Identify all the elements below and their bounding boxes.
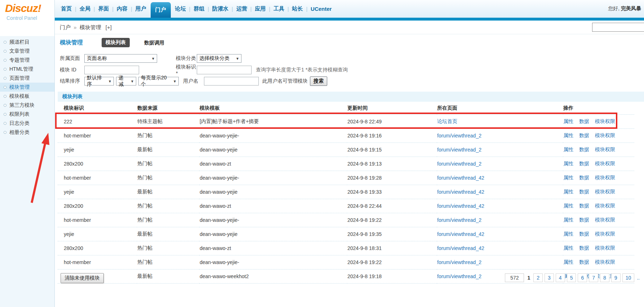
action-attributes-link[interactable]: 属性 [563,146,573,152]
action-permissions-link[interactable]: 模块权限 [595,259,615,265]
page-link[interactable]: forum/viewthread_42 [437,245,484,251]
action-attributes-link[interactable]: 属性 [563,161,573,166]
category-select[interactable]: 选择模块分类▼ [197,54,241,63]
nav-item-1[interactable]: 首页 [58,5,75,12]
pagination-page-link[interactable]: 6 [578,273,587,282]
nav-item-9[interactable]: 防灌水 [209,5,232,12]
action-data-link[interactable]: 数据 [579,118,589,124]
nav-item-4[interactable]: 内容 [114,5,131,12]
action-permissions-link[interactable]: 模块权限 [595,189,615,194]
chevron-down-icon: ▼ [236,57,239,61]
nav-item-11[interactable]: 应用 [252,5,269,12]
sort-select[interactable]: 默认排序▼ [84,77,114,85]
page-link[interactable]: forum/viewthread_2 [437,161,481,167]
page-link[interactable]: forum/viewthread_2 [437,259,481,265]
pagination-page-link[interactable]: 9 [611,273,621,282]
page-link[interactable]: forum/viewthread_2 [437,133,481,139]
sidebar-item[interactable]: 相册分类 [0,128,54,137]
action-data-link[interactable]: 数据 [579,259,589,265]
action-attributes-link[interactable]: 属性 [563,132,573,138]
nav-item-3[interactable]: 界面 [95,5,112,12]
admin-search-input[interactable] [592,23,644,32]
nav-item-14[interactable]: UCenter [307,6,335,12]
action-data-link[interactable]: 数据 [579,189,589,194]
sidebar-item[interactable]: 页面管理 [0,74,54,83]
username-input[interactable] [204,77,259,85]
sidebar-item[interactable]: 模块模板 [0,92,54,101]
action-data-link[interactable]: 数据 [579,231,589,237]
module-tag-input[interactable] [197,66,252,74]
sidebar-item[interactable]: 文章管理 [0,47,54,56]
tab-data-call[interactable]: 数据调用 [144,40,164,46]
module-id-input[interactable] [84,66,139,74]
pagination-page-link[interactable]: 2 [533,273,543,282]
pagination-page-link[interactable]: 5 [567,273,576,282]
nav-item-10[interactable]: 运营 [233,5,250,12]
pagination-page-link[interactable]: 3 [545,273,554,282]
pagination-total[interactable]: 572 [505,273,524,282]
action-data-link[interactable]: 数据 [579,146,589,152]
action-permissions-link[interactable]: 模块权限 [595,245,615,251]
nav-item-2[interactable]: 全局 [76,5,94,12]
sidebar-item[interactable]: 频道栏目 [0,38,54,47]
clear-unused-button[interactable]: 清除未使用模块 [61,273,104,283]
action-permissions-link[interactable]: 模块权限 [595,161,615,166]
nav-item-7[interactable]: 论坛 [172,5,189,12]
pagination-page-link[interactable]: 4 [556,273,565,282]
action-permissions-link[interactable]: 模块权限 [595,146,615,152]
nav-item-12[interactable]: 工具 [270,5,288,12]
action-data-link[interactable]: 数据 [579,203,589,209]
action-attributes-link[interactable]: 属性 [563,175,573,180]
action-attributes-link[interactable]: 属性 [563,245,573,251]
page-link[interactable]: forum/viewthread_42 [437,203,484,209]
action-permissions-link[interactable]: 模块权限 [595,203,615,209]
action-data-link[interactable]: 数据 [579,217,589,223]
sidebar-item[interactable]: HTML管理 [0,65,54,74]
breadcrumb-expand-toggle[interactable]: [+] [106,24,112,30]
cell-page: forum/viewthread_42 [437,241,563,255]
sidebar-item-active[interactable]: 模块管理 [0,83,54,92]
page-link[interactable]: forum/viewthread_42 [437,189,484,195]
action-data-link[interactable]: 数据 [579,245,589,251]
page-link[interactable]: forum/viewthread_42 [437,175,484,181]
action-attributes-link[interactable]: 属性 [563,231,573,237]
action-data-link[interactable]: 数据 [579,161,589,166]
perpage-select[interactable]: 每页显示20个▼ [138,77,179,85]
action-attributes-link[interactable]: 属性 [563,217,573,223]
pagination-page-link[interactable]: 8 [600,273,609,282]
sidebar-item[interactable]: 第三方模块 [0,101,54,110]
pagination-page-link[interactable]: 10 [622,273,635,282]
page-link[interactable]: forum/viewthread_2 [437,217,481,223]
action-permissions-link[interactable]: 模块权限 [595,217,615,223]
sidebar-item[interactable]: 权限列表 [0,110,54,119]
action-permissions-link[interactable]: 模块权限 [595,118,615,124]
order-select[interactable]: 递减▼ [116,77,136,85]
action-permissions-link[interactable]: 模块权限 [595,175,615,180]
breadcrumb-separator: » [72,24,78,30]
nav-item-6-active[interactable]: 门户 [151,2,171,18]
page-link[interactable]: forum/viewthread_42 [437,231,484,237]
nav-item-8[interactable]: 群组 [190,5,208,12]
action-attributes-link[interactable]: 属性 [563,118,573,124]
action-permissions-link[interactable]: 模块权限 [595,231,615,237]
pagination-page-link[interactable]: 7 [589,273,598,282]
action-permissions-link[interactable]: 模块权限 [595,132,615,138]
sidebar-item[interactable]: 日志分类 [0,119,54,128]
sidebar-item[interactable]: 专题管理 [0,56,54,65]
action-attributes-link[interactable]: 属性 [563,203,573,209]
action-attributes-link[interactable]: 属性 [563,189,573,194]
page-link[interactable]: 论坛首页 [437,118,457,124]
pagination-more[interactable]: .. [636,275,640,281]
action-data-link[interactable]: 数据 [579,175,589,180]
breadcrumb-section[interactable]: 门户 [60,24,71,30]
page-select[interactable]: 页面名称▼ [84,54,157,63]
nav-item-13[interactable]: 站长 [289,5,306,12]
nav-item-5[interactable]: 用户 [132,5,150,12]
sidebar-item-label: 页面管理 [9,75,30,82]
tab-module-list[interactable]: 模块列表 [102,38,130,47]
search-button[interactable]: 搜索 [310,76,327,86]
action-attributes-link[interactable]: 属性 [563,259,573,265]
page-link[interactable]: forum/viewthread_2 [437,273,481,279]
page-link[interactable]: forum/viewthread_2 [437,147,481,153]
action-data-link[interactable]: 数据 [579,132,589,138]
